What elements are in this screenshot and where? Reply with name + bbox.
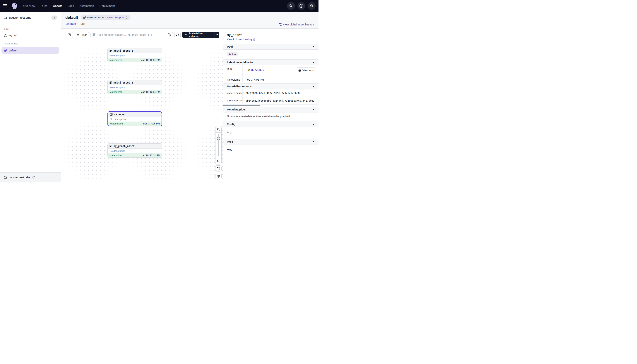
jobs-section-label: Jobs — [0, 24, 61, 32]
asset-group-icon — [4, 49, 7, 52]
external-link-icon — [253, 38, 256, 41]
asset-group-icon — [83, 16, 86, 19]
sparkle-icon — [185, 33, 188, 36]
asset-node-multi-asset-1[interactable]: multi_asset_1 No description Materialize… — [107, 48, 162, 62]
repo-header[interactable]: dagster_test.prha 2 — [0, 12, 61, 24]
nav-item-jobs[interactable]: Jobs — [68, 4, 74, 8]
help-icon[interactable]: ? — [297, 2, 305, 10]
section-header-pool[interactable]: Pool — [223, 44, 318, 50]
search-icon[interactable] — [287, 2, 295, 10]
horizontal-scrollbar — [223, 104, 318, 106]
repo-count-badge: 2 — [52, 16, 57, 20]
badge-repo-link[interactable]: dagster_test.prha — [105, 16, 124, 19]
sidebar-footer: dagster_test.prha — [0, 172, 61, 182]
materialize-selected-button[interactable]: Materialize selected — [182, 32, 219, 38]
caret-down-icon — [313, 109, 314, 110]
hamburger-icon[interactable] — [3, 4, 8, 8]
code-version-row: code_version 80e20830-b0e7-422c-979d-3c1… — [223, 90, 318, 97]
left-sidebar: dagster_test.prha 2 Jobs my_job Asset gr… — [0, 12, 61, 182]
dagster-logo-icon[interactable] — [10, 2, 19, 10]
group-name: default — [9, 49, 17, 52]
materialization-timestamp[interactable]: Jan 10, 12:31 PM — [141, 90, 160, 93]
folder-icon — [4, 176, 7, 179]
status-badge: Materialized — [110, 122, 123, 125]
repo-name: dagster_test.prha — [9, 16, 31, 19]
asset-node-multi-asset-2[interactable]: multi_asset_2 No description Materialize… — [107, 80, 162, 94]
zoom-slider-handle[interactable] — [217, 137, 220, 140]
timestamp-row: Timestamp Feb 7, 4:06 PM — [223, 76, 318, 84]
refresh-graph-button[interactable] — [174, 32, 180, 38]
section-header-type[interactable]: Type — [223, 139, 318, 145]
refresh-icon — [176, 34, 179, 36]
toggle-sidebar-panel-button[interactable] — [66, 32, 73, 38]
nav-item-overview[interactable]: Overview — [23, 4, 35, 8]
settings-gear-icon[interactable]: ⚙ — [308, 2, 316, 10]
status-badge: Materialized — [109, 154, 122, 157]
materialization-timestamp[interactable]: Feb 7, 4:06 PM — [143, 122, 160, 125]
caret-down-icon — [313, 86, 314, 87]
asset-groups-section-label: Asset groups — [0, 38, 61, 47]
nav-item-automation[interactable]: Automation — [79, 4, 94, 8]
materialize-dropdown-button[interactable] — [215, 32, 219, 38]
pool-tag[interactable]: foo — [227, 52, 238, 56]
asset-group-badge: Asset Group in dagster_test.prha — [81, 15, 131, 20]
download-view-button[interactable] — [215, 173, 222, 179]
materialization-timestamp[interactable]: Jan 10, 12:31 PM — [141, 59, 160, 62]
view-lineage-layout-button[interactable] — [215, 166, 222, 172]
asset-node-my-graph-asset[interactable]: my_graph_asset No description Materializ… — [107, 144, 162, 158]
nav-links: Overview Runs Assets Jobs Automation Dep… — [23, 4, 115, 8]
sidebar-item-default-group[interactable]: default — [2, 47, 59, 54]
zoom-out-icon — [217, 160, 220, 163]
zoom-out-button[interactable] — [216, 158, 221, 164]
table-icon — [109, 50, 112, 52]
scrollbar-thumb[interactable] — [223, 105, 260, 106]
job-icon — [4, 34, 7, 37]
section-header-latest-materialization[interactable]: Latest materialization — [223, 60, 318, 65]
code-version-value: 80e20830-b0e7-422c-979d-3c1cfcfeebe8 — [246, 92, 300, 94]
lineage-toolbar: Filter i — [61, 28, 223, 41]
footer-repo-name: dagster_test.prha — [9, 176, 30, 179]
filter-button[interactable]: Filter — [75, 32, 89, 38]
table-icon — [110, 113, 113, 116]
asset-node-my-asset[interactable]: my_asset No description MaterializedFeb … — [107, 112, 162, 126]
run-row: Run Run 80e20830 View logs — [223, 65, 318, 76]
info-icon[interactable]: i — [168, 33, 171, 36]
zoom-in-button[interactable] — [216, 126, 221, 132]
logs-icon — [298, 69, 301, 72]
asset-subset-input[interactable] — [97, 33, 166, 36]
tab-lineage[interactable]: Lineage — [65, 22, 76, 28]
run-id-link[interactable]: 80e20830 — [251, 68, 264, 71]
nav-item-assets[interactable]: Assets — [53, 4, 62, 8]
table-icon — [109, 81, 112, 84]
data-version-value: ab14be32f606383bbf4a144cf77319a5da7ca754… — [246, 99, 315, 102]
section-header-metadata-plots[interactable]: Metadata plots — [223, 106, 318, 112]
view-logs-button[interactable]: View logs — [296, 68, 316, 74]
metadata-plots-empty-message: No numeric metadata entries available to… — [223, 112, 318, 121]
page-title: default — [65, 15, 78, 20]
section-header-materialization-tags[interactable]: Materialization tags — [223, 84, 318, 90]
page-header: default Asset Group in dagster_test.prha… — [61, 12, 318, 28]
refresh-icon[interactable] — [32, 176, 35, 179]
pool-icon — [229, 53, 231, 56]
panel-toggle-icon — [68, 33, 71, 36]
sidebar-item-my-job[interactable]: my_job — [0, 32, 61, 38]
data-version-row: data_version ab14be32f606383bbf4a144cf77… — [223, 97, 318, 104]
view-global-asset-lineage-link[interactable]: View global asset lineage — [279, 23, 314, 28]
filter-funnel-icon — [77, 34, 79, 36]
asset-graph-icon — [93, 34, 95, 36]
top-nav: Overview Runs Assets Jobs Automation Dep… — [0, 0, 318, 12]
status-badge: Materialized — [109, 59, 122, 62]
materialization-timestamp[interactable]: Jan 10, 12:31 PM — [141, 154, 160, 157]
lineage-icon — [279, 23, 282, 26]
tab-list[interactable]: List — [80, 22, 86, 28]
lineage-canvas[interactable]: multi_asset_1 No description Materialize… — [61, 41, 223, 182]
refresh-icon[interactable] — [126, 16, 128, 19]
zoom-slider[interactable] — [216, 132, 221, 158]
view-in-asset-catalog-link[interactable]: View in Asset Catalog — [223, 37, 318, 44]
nav-item-deployment[interactable]: Deployment — [100, 4, 115, 8]
section-header-config[interactable]: Config — [223, 121, 318, 127]
caret-down-icon — [217, 34, 218, 35]
lineage-icon — [217, 167, 220, 170]
nav-item-runs[interactable]: Runs — [41, 4, 48, 8]
caret-down-icon — [313, 62, 314, 63]
